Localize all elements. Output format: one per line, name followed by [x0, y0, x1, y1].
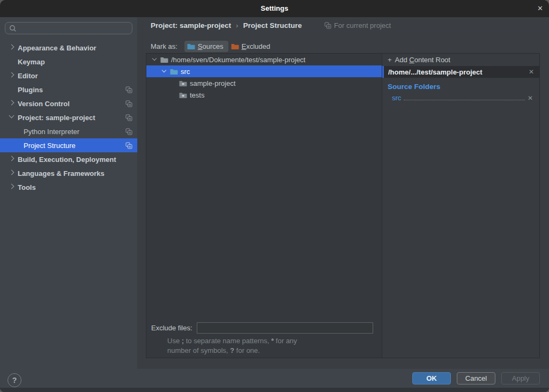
ok-button[interactable]: OK	[412, 372, 451, 384]
content-roots-pane: + Add Content Root /home/.../test/sample…	[382, 54, 539, 358]
sidebar-item-label: Appearance & Behavior	[18, 44, 97, 52]
cancel-button[interactable]: Cancel	[457, 372, 495, 384]
mnemonic: C	[409, 56, 414, 64]
breadcrumb: Project: sample-project › Project Struct…	[151, 21, 391, 29]
source-folder-name[interactable]: src	[392, 94, 401, 102]
exclude-files-label: Exclude files:	[151, 324, 192, 332]
sidebar-item-python-interpreter[interactable]: Python Interpreter	[0, 124, 137, 138]
settings-search-input[interactable]	[5, 22, 132, 34]
mnemonic: E	[242, 42, 247, 50]
package-folder-icon	[179, 80, 187, 87]
source-folder-icon	[170, 68, 178, 75]
source-folder-item[interactable]: src ✕	[392, 94, 533, 102]
sidebar-item-label: Project Structure	[24, 142, 76, 150]
sidebar-item-editor[interactable]: Editor	[0, 69, 137, 83]
mark-as-label: Mark as:	[151, 42, 177, 50]
tree-row-label: tests	[190, 91, 204, 99]
remove-source-folder-icon[interactable]: ✕	[528, 94, 533, 102]
tree-row-src[interactable]: src	[146, 65, 382, 77]
per-project-settings-icon	[125, 114, 132, 121]
sidebar-item-keymap[interactable]: Keymap	[0, 55, 137, 69]
sidebar-item-label: Python Interpreter	[24, 128, 79, 136]
chevron-right-icon[interactable]	[8, 156, 18, 162]
sidebar-item-label: Editor	[18, 72, 38, 80]
excluded-label: xcluded	[246, 42, 270, 50]
scope-note: For current project	[324, 21, 391, 29]
sidebar-item-appearance-behavior[interactable]: Appearance & Behavior	[0, 41, 137, 55]
dotted-leader	[404, 94, 525, 100]
settings-dialog: Settings ✕ Appearance & Behavior Keymap …	[0, 0, 549, 392]
package-folder-icon	[179, 92, 187, 99]
per-project-settings-icon	[125, 86, 132, 93]
tree-row-content-root[interactable]: /home/sven/Dokumente/test/sample-project	[146, 54, 382, 65]
exclude-files-row: Exclude files:	[151, 322, 373, 334]
mark-as-excluded-button[interactable]: Excluded	[228, 41, 275, 52]
tree-row-label: sample-project	[190, 79, 235, 87]
sidebar-item-label: Project: sample-project	[18, 114, 95, 122]
source-folder-icon	[187, 43, 195, 50]
search-icon	[9, 25, 17, 32]
exclude-files-input[interactable]	[197, 322, 373, 334]
add-content-root-button[interactable]: + Add Content Root	[382, 54, 539, 66]
tree-row-label: /home/sven/Dokumente/test/sample-project	[171, 56, 306, 64]
project-structure-panel: /home/sven/Dokumente/test/sample-project…	[146, 53, 540, 358]
per-project-settings-icon	[125, 142, 132, 149]
sidebar-item-label: Languages & Frameworks	[18, 169, 105, 177]
tree-row-sample-project[interactable]: sample-project	[146, 77, 382, 89]
chevron-right-icon[interactable]	[8, 45, 18, 51]
per-project-settings-icon	[324, 22, 331, 29]
help-button[interactable]: ?	[8, 373, 21, 387]
hint-text: Use	[167, 337, 182, 345]
breadcrumb-separator: ›	[236, 21, 238, 29]
window-title: Settings	[0, 0, 549, 17]
chevron-right-icon[interactable]	[8, 72, 18, 79]
plus-icon: +	[388, 56, 392, 64]
sidebar-item-build-execution-deployment[interactable]: Build, Execution, Deployment	[0, 152, 137, 166]
breadcrumb-page: Project Structure	[243, 21, 302, 29]
scope-note-label: For current project	[334, 21, 391, 29]
add-content-root-label: ontent Root	[414, 56, 450, 64]
remove-content-root-icon[interactable]: ✕	[529, 68, 534, 76]
mnemonic: S	[198, 42, 203, 50]
exclude-files-hint: Use ; to separate name patterns, * for a…	[167, 336, 297, 356]
chevron-down-icon[interactable]	[8, 114, 18, 121]
content-root-item[interactable]: /home/.../test/sample-project ✕	[382, 66, 539, 78]
mark-as-toolbar: Mark as: Sources Excluded	[151, 39, 275, 53]
chevron-placeholder	[13, 128, 24, 135]
content-root-path: /home/.../test/sample-project	[388, 68, 483, 76]
chevron-down-icon[interactable]	[151, 56, 160, 63]
sidebar-item-plugins[interactable]: Plugins	[0, 83, 137, 97]
per-project-settings-icon	[125, 128, 132, 135]
hint-text: for any	[274, 337, 297, 345]
tree-row-label: src	[181, 68, 190, 76]
sidebar-item-languages-frameworks[interactable]: Languages & Frameworks	[0, 166, 137, 180]
chevron-placeholder	[8, 58, 18, 65]
chevron-down-icon[interactable]	[160, 68, 170, 75]
sidebar-item-tools[interactable]: Tools	[0, 180, 137, 194]
chevron-right-icon[interactable]	[8, 100, 18, 107]
mark-as-sources-button[interactable]: Sources	[184, 41, 228, 52]
sidebar-item-version-control[interactable]: Version Control	[0, 97, 137, 110]
settings-nav: Appearance & Behavior Keymap Editor Plug…	[0, 41, 137, 194]
hint-text: to separate name patterns,	[184, 337, 271, 345]
folder-icon	[160, 56, 168, 63]
chevron-right-icon[interactable]	[8, 184, 18, 190]
sidebar-item-project-sample-project[interactable]: Project: sample-project	[0, 110, 137, 124]
sidebar-item-label: Tools	[18, 183, 36, 191]
add-content-root-label: Add	[395, 56, 410, 64]
sidebar-item-project-structure[interactable]: Project Structure	[0, 138, 137, 152]
settings-sidebar: Appearance & Behavior Keymap Editor Plug…	[0, 17, 137, 369]
breadcrumb-project[interactable]: Project: sample-project	[151, 21, 231, 29]
chevron-placeholder	[8, 86, 18, 93]
apply-button[interactable]: Apply	[501, 372, 540, 384]
close-icon[interactable]: ✕	[537, 0, 543, 17]
window-bottom-edge	[0, 388, 549, 392]
hint-text: number of symbols,	[167, 346, 230, 354]
hint-question: ?	[230, 346, 234, 354]
content-root-tree: /home/sven/Dokumente/test/sample-project…	[146, 54, 382, 358]
sidebar-item-label: Plugins	[18, 86, 43, 94]
chevron-right-icon[interactable]	[8, 170, 18, 176]
source-folders-heading: Source Folders	[388, 83, 539, 91]
tree-row-tests[interactable]: tests	[146, 89, 382, 101]
sidebar-item-label: Version Control	[18, 100, 70, 108]
